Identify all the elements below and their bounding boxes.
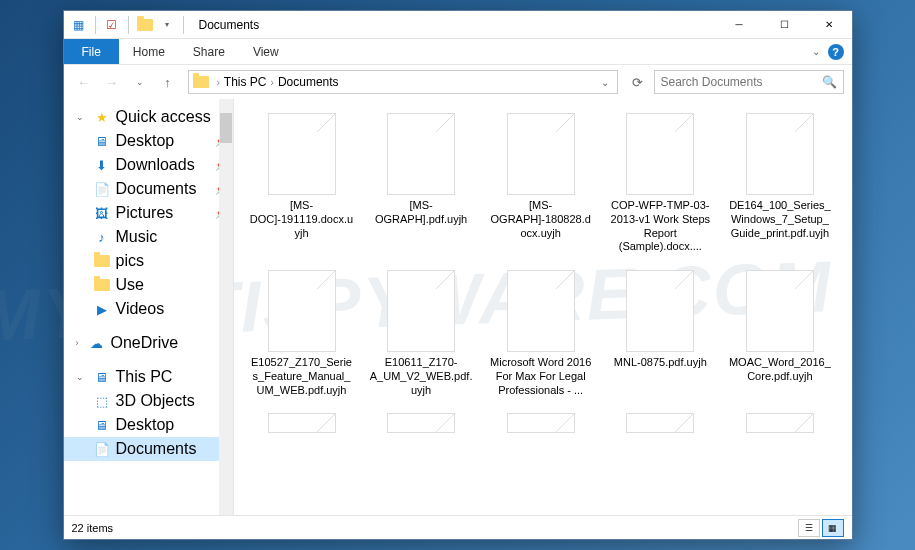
sidebar-onedrive[interactable]: › ☁ OneDrive	[64, 331, 233, 355]
file-item[interactable]: MNL-0875.pdf.uyjh	[604, 266, 716, 401]
onedrive-icon: ☁	[89, 335, 105, 351]
file-item[interactable]: MOAC_Word_2016_Core.pdf.uyjh	[724, 266, 836, 401]
sidebar-item-documents[interactable]: 📄Documents	[64, 437, 233, 461]
details-view-button[interactable]: ☰	[798, 519, 820, 537]
file-name: E10527_Z170_Series_Feature_Manual_UM_WEB…	[250, 356, 354, 397]
expand-icon[interactable]: ⌄	[76, 372, 84, 382]
sidebar-item-desktop[interactable]: 🖥Desktop📌	[64, 129, 233, 153]
file-thumbnail-icon	[507, 270, 575, 352]
videos-icon: ▶	[94, 301, 110, 317]
file-name: COP-WFP-TMP-03-2013-v1 Work Steps Report…	[608, 199, 712, 254]
pictures-icon: 🖼	[94, 205, 110, 221]
minimize-button[interactable]: ─	[717, 11, 762, 39]
sidebar-this-pc[interactable]: ⌄ 🖥 This PC	[64, 365, 233, 389]
sidebar-scrollbar[interactable]	[219, 99, 233, 515]
up-button[interactable]: ↑	[156, 70, 180, 94]
file-item[interactable]: [MS-OGRAPH]-180828.docx.uyjh	[485, 109, 597, 258]
checkbox-icon[interactable]: ☑	[103, 16, 121, 34]
search-box[interactable]: 🔍	[654, 70, 844, 94]
sidebar-item-music[interactable]: ♪Music	[64, 225, 233, 249]
back-button[interactable]: ←	[72, 70, 96, 94]
file-item[interactable]: Microsoft Word 2016 For Max For Legal Pr…	[485, 266, 597, 401]
file-thumbnail-icon	[387, 270, 455, 352]
window-title: Documents	[199, 18, 260, 32]
music-icon: ♪	[94, 229, 110, 245]
recent-dropdown-icon[interactable]: ⌄	[128, 70, 152, 94]
documents-icon: 📄	[94, 181, 110, 197]
explorer-window: MYANTISPYWARE.COM ▦ ☑ ▾ Documents ─ ☐ ✕ …	[63, 10, 853, 540]
tab-view[interactable]: View	[239, 39, 293, 64]
qat-dropdown-icon[interactable]: ▾	[158, 16, 176, 34]
sidebar-item-use[interactable]: Use	[64, 273, 233, 297]
sidebar-item-downloads[interactable]: ⬇Downloads📌	[64, 153, 233, 177]
file-item[interactable]: E10611_Z170-A_UM_V2_WEB.pdf.uyjh	[365, 266, 477, 401]
chevron-right-icon: ›	[271, 77, 274, 88]
icons-view-button[interactable]: ▦	[822, 519, 844, 537]
properties-icon[interactable]: ▦	[70, 16, 88, 34]
file-item[interactable]	[246, 409, 358, 441]
chevron-down-icon[interactable]: ⌄	[812, 46, 820, 57]
tab-home[interactable]: Home	[119, 39, 179, 64]
expand-icon[interactable]: ›	[76, 338, 79, 348]
file-name: MNL-0875.pdf.uyjh	[614, 356, 707, 370]
file-item[interactable]	[485, 409, 597, 441]
sidebar-item-pics[interactable]: pics	[64, 249, 233, 273]
file-item[interactable]	[724, 409, 836, 441]
quick-access-toolbar: ▦ ☑ ▾	[64, 16, 193, 34]
sidebar-item-documents[interactable]: 📄Documents📌	[64, 177, 233, 201]
help-icon[interactable]: ?	[828, 44, 844, 60]
content-area: ⌄ ★ Quick access 🖥Desktop📌 ⬇Downloads📌 📄…	[64, 99, 852, 515]
close-button[interactable]: ✕	[807, 11, 852, 39]
file-item[interactable]	[604, 409, 716, 441]
sidebar-item-pictures[interactable]: 🖼Pictures📌	[64, 201, 233, 225]
sidebar-item-label: Downloads	[116, 156, 195, 174]
file-item[interactable]: E10527_Z170_Series_Feature_Manual_UM_WEB…	[246, 266, 358, 401]
file-name: DE164_100_Series_Windows_7_Setup_Guide_p…	[728, 199, 832, 240]
file-item[interactable]	[365, 409, 477, 441]
sidebar-item-desktop[interactable]: 🖥Desktop	[64, 413, 233, 437]
refresh-button[interactable]: ⟳	[626, 70, 650, 94]
file-item[interactable]: DE164_100_Series_Windows_7_Setup_Guide_p…	[724, 109, 836, 258]
navigation-pane: ⌄ ★ Quick access 🖥Desktop📌 ⬇Downloads📌 📄…	[64, 99, 234, 515]
file-name: [MS-OGRAPH]-180828.docx.uyjh	[489, 199, 593, 240]
file-thumbnail-icon	[746, 113, 814, 195]
folder-icon	[136, 16, 154, 34]
sidebar-item-label: Pictures	[116, 204, 174, 222]
file-name: [MS-OGRAPH].pdf.uyjh	[369, 199, 473, 227]
desktop-icon: 🖥	[94, 417, 110, 433]
maximize-button[interactable]: ☐	[762, 11, 807, 39]
window-controls: ─ ☐ ✕	[717, 11, 852, 39]
sidebar-item-label: Documents	[116, 440, 197, 458]
scrollbar-thumb[interactable]	[220, 113, 232, 143]
file-name: E10611_Z170-A_UM_V2_WEB.pdf.uyjh	[369, 356, 473, 397]
breadcrumb[interactable]: › This PC › Documents ⌄	[188, 70, 618, 94]
file-name: MOAC_Word_2016_Core.pdf.uyjh	[728, 356, 832, 384]
ribbon-tabs: File Home Share View ⌄ ?	[64, 39, 852, 65]
file-item[interactable]: COP-WFP-TMP-03-2013-v1 Work Steps Report…	[604, 109, 716, 258]
file-thumbnail-icon	[626, 113, 694, 195]
file-thumbnail-icon	[507, 113, 575, 195]
breadcrumb-segment[interactable]: This PC	[224, 75, 267, 89]
tab-share[interactable]: Share	[179, 39, 239, 64]
breadcrumb-dropdown-icon[interactable]: ⌄	[597, 77, 613, 88]
file-thumbnail-icon	[626, 270, 694, 352]
sidebar-quick-access[interactable]: ⌄ ★ Quick access	[64, 105, 233, 129]
sidebar-item-3d-objects[interactable]: ⬚3D Objects	[64, 389, 233, 413]
sidebar-item-label: Desktop	[116, 132, 175, 150]
files-pane[interactable]: [MS-DOC]-191119.docx.uyjh[MS-OGRAPH].pdf…	[234, 99, 852, 515]
sidebar-item-label: 3D Objects	[116, 392, 195, 410]
sidebar-item-videos[interactable]: ▶Videos	[64, 297, 233, 321]
file-tab[interactable]: File	[64, 39, 119, 64]
file-thumbnail-icon	[268, 413, 336, 433]
documents-icon: 📄	[94, 441, 110, 457]
search-icon[interactable]: 🔍	[822, 75, 837, 89]
file-item[interactable]: [MS-OGRAPH].pdf.uyjh	[365, 109, 477, 258]
navigation-bar: ← → ⌄ ↑ › This PC › Documents ⌄ ⟳ 🔍	[64, 65, 852, 99]
file-item[interactable]: [MS-DOC]-191119.docx.uyjh	[246, 109, 358, 258]
forward-button[interactable]: →	[100, 70, 124, 94]
file-name: Microsoft Word 2016 For Max For Legal Pr…	[489, 356, 593, 397]
desktop-icon: 🖥	[94, 133, 110, 149]
breadcrumb-segment[interactable]: Documents	[278, 75, 339, 89]
search-input[interactable]	[661, 75, 822, 89]
expand-icon[interactable]: ⌄	[76, 112, 84, 122]
